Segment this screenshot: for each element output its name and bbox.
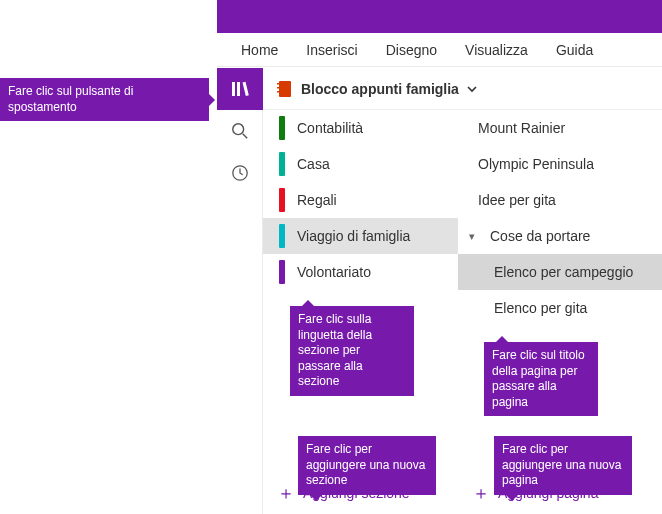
section-color-tab — [279, 152, 285, 176]
notebook-header[interactable]: Blocco appunti famiglia — [263, 68, 662, 110]
page-label: Cose da portare — [490, 228, 590, 244]
section-item[interactable]: Viaggio di famiglia — [263, 218, 458, 254]
section-label: Viaggio di famiglia — [297, 228, 410, 244]
callout-add-section: Fare clic per aggiungere una nuova sezio… — [298, 436, 436, 495]
section-color-tab — [279, 116, 285, 140]
section-item[interactable]: Contabilità — [263, 110, 458, 146]
notebook-title: Blocco appunti famiglia — [301, 81, 459, 97]
app-titlebar — [217, 0, 662, 33]
left-rail — [217, 68, 263, 514]
section-label: Casa — [297, 156, 330, 172]
section-item[interactable]: Casa — [263, 146, 458, 182]
chevron-down-icon[interactable]: ▾ — [466, 230, 478, 243]
svg-rect-3 — [279, 81, 291, 97]
ribbon-tab-guida[interactable]: Guida — [542, 34, 607, 66]
page-label: Elenco per campeggio — [494, 264, 633, 280]
chevron-down-icon — [467, 80, 477, 98]
callout-nav-button: Fare clic sul pulsante di spostamento — [0, 78, 209, 121]
page-item[interactable]: Elenco per gita — [458, 290, 662, 326]
callout-section-tab: Fare clic sulla linguetta della sezione … — [290, 306, 414, 396]
pages-list: Mount Rainier Olympic Peninsula Idee per… — [458, 110, 662, 472]
section-color-tab — [279, 260, 285, 284]
page-label: Mount Rainier — [478, 120, 565, 136]
sections-list: Contabilità Casa Regali Viaggio di famig… — [263, 110, 458, 472]
plus-icon: ＋ — [472, 484, 490, 502]
section-color-tab — [279, 224, 285, 248]
section-label: Regali — [297, 192, 337, 208]
plus-icon: ＋ — [277, 484, 295, 502]
notebook-icon — [277, 80, 293, 98]
callout-add-page: Fare clic per aggiungere una nuova pagin… — [494, 436, 632, 495]
search-icon — [231, 122, 249, 140]
section-color-tab — [279, 188, 285, 212]
ribbon-tab-disegno[interactable]: Disegno — [372, 34, 451, 66]
section-item[interactable]: Regali — [263, 182, 458, 218]
page-item[interactable]: ▾ Cose da portare — [458, 218, 662, 254]
page-label: Idee per gita — [478, 192, 556, 208]
ribbon-tab-home[interactable]: Home — [227, 34, 292, 66]
recent-button[interactable] — [217, 152, 263, 194]
page-item[interactable]: Olympic Peninsula — [458, 146, 662, 182]
page-item[interactable]: Mount Rainier — [458, 110, 662, 146]
page-item[interactable]: Elenco per campeggio — [458, 254, 662, 290]
svg-rect-5 — [277, 87, 280, 89]
section-label: Contabilità — [297, 120, 363, 136]
section-item[interactable]: Volontariato — [263, 254, 458, 290]
ribbon-tab-inserisci[interactable]: Inserisci — [292, 34, 371, 66]
svg-rect-4 — [277, 83, 280, 85]
library-icon — [230, 79, 250, 99]
ribbon-tabs: Home Inserisci Disegno Visualizza Guida — [217, 33, 662, 67]
page-label: Olympic Peninsula — [478, 156, 594, 172]
section-label: Volontariato — [297, 264, 371, 280]
search-button[interactable] — [217, 110, 263, 152]
svg-line-1 — [243, 134, 248, 139]
svg-rect-6 — [277, 91, 280, 93]
ribbon-tab-visualizza[interactable]: Visualizza — [451, 34, 542, 66]
nav-button[interactable] — [217, 68, 263, 110]
callout-page-title: Fare clic sul titolo della pagina per pa… — [484, 342, 598, 416]
clock-icon — [231, 164, 249, 182]
page-item[interactable]: Idee per gita — [458, 182, 662, 218]
page-label: Elenco per gita — [494, 300, 587, 316]
svg-point-0 — [233, 124, 244, 135]
